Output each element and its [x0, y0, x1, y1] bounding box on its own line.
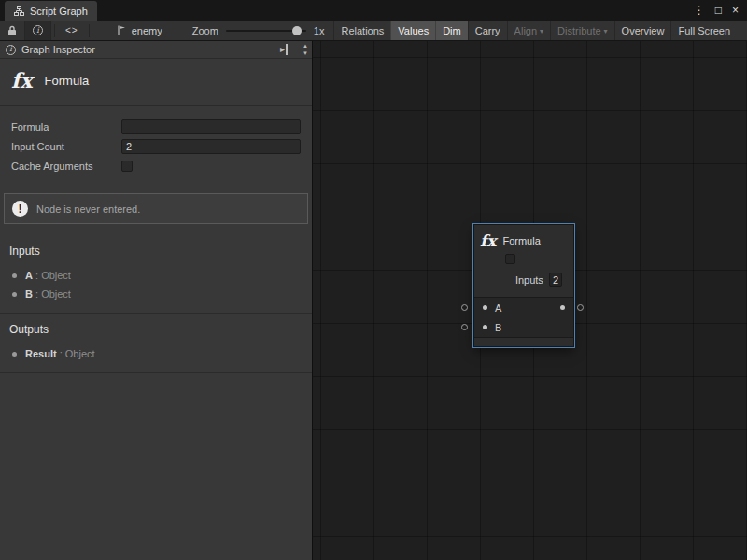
warning-box: ! Node is never entered. — [4, 193, 308, 224]
distribute-button[interactable]: Distribute ▾ — [550, 21, 613, 40]
dock-panel-icon[interactable]: ▸ — [280, 44, 288, 55]
align-label: Align — [514, 25, 537, 36]
inspector-header: i Graph Inspector ▸ ▲ ▼ — [0, 41, 312, 59]
input-b-type: Object — [41, 288, 71, 300]
formula-node-checkbox[interactable] — [505, 254, 515, 264]
formula-field-row: Formula — [0, 118, 312, 136]
align-button[interactable]: Align ▾ — [507, 21, 550, 40]
zoom-slider-handle[interactable] — [292, 26, 302, 35]
formula-fx-icon: fx — [480, 233, 496, 249]
input-a-type: Object — [41, 270, 71, 281]
formula-input[interactable] — [121, 119, 301, 134]
window-controls: ⋮ □ × — [694, 0, 747, 21]
port-dot-icon — [12, 352, 17, 357]
toolbar: i <> enemy Zoom 1x Relations Values Dim — [0, 21, 747, 41]
cache-arguments-label: Cache Arguments — [11, 161, 121, 172]
chevron-down-icon: ▾ — [540, 27, 543, 35]
values-label: Values — [398, 25, 429, 36]
inspect-toggle-button[interactable]: i — [24, 21, 51, 40]
inputs-section: Inputs A : Object B : Object — [0, 235, 312, 314]
distribute-label: Distribute — [557, 25, 600, 36]
formula-node[interactable]: fx Formula Inputs 2 A B — [474, 225, 573, 346]
warning-text: Node is never entered. — [36, 203, 140, 215]
outputs-header: Outputs — [0, 321, 312, 344]
relations-button[interactable]: Relations — [333, 21, 390, 40]
unit-fields: Formula Input Count Cache Arguments — [0, 106, 312, 180]
maximize-icon[interactable]: □ — [715, 5, 722, 16]
toolbar-separator — [89, 24, 90, 37]
input-a-name: A — [25, 270, 33, 281]
relations-label: Relations — [341, 25, 384, 36]
unit-title-section: fx Formula — [0, 59, 312, 106]
titlebar: Script Graph ⋮ □ × — [0, 0, 747, 21]
list-item: A : Object — [0, 266, 312, 285]
type-separator: : — [33, 270, 41, 281]
output-port-result-icon[interactable] — [560, 305, 565, 310]
formula-field-label: Formula — [11, 121, 121, 133]
full-screen-button[interactable]: Full Screen — [670, 21, 737, 40]
external-output-port-result[interactable] — [577, 304, 584, 311]
warning-icon: ! — [12, 201, 28, 217]
toolbar-buttons: Relations Values Dim Carry Align ▾ Distr… — [333, 21, 737, 40]
output-result-type: Object — [65, 348, 95, 359]
input-count-label: Input Count — [11, 141, 121, 152]
panel-scroll-buttons[interactable]: ▲ ▼ — [303, 42, 308, 57]
tab-script-graph[interactable]: Script Graph — [5, 1, 97, 21]
zoom-control: Zoom 1x — [192, 25, 325, 36]
formula-node-ports: A B — [474, 297, 573, 337]
formula-node-footer — [474, 337, 573, 346]
zoom-value: 1x — [314, 25, 325, 36]
flag-icon — [117, 25, 127, 35]
node-inputs-count-input[interactable]: 2 — [549, 273, 562, 287]
edit-script-button[interactable]: <> — [58, 21, 86, 40]
cache-arguments-checkbox[interactable] — [121, 161, 133, 172]
input-port-b-icon[interactable] — [483, 325, 487, 329]
overview-button[interactable]: Overview — [614, 21, 671, 40]
input-count-input[interactable] — [121, 139, 301, 154]
graph-canvas[interactable]: fx Formula Inputs 2 A B — [313, 41, 747, 560]
full-screen-label: Full Screen — [678, 25, 730, 36]
graph-name: enemy — [132, 25, 162, 36]
input-b-name: B — [25, 288, 33, 300]
zoom-slider[interactable] — [226, 30, 306, 32]
input-count-field-row: Input Count — [0, 137, 312, 156]
formula-node-title: Formula — [502, 235, 540, 246]
list-item: Result : Object — [0, 344, 312, 363]
info-icon: i — [33, 25, 43, 35]
graph-reference[interactable]: enemy — [117, 25, 162, 36]
toolbar-separator — [54, 24, 55, 37]
node-port-a-label: A — [495, 302, 501, 314]
graph-inspector-panel: i Graph Inspector ▸ ▲ ▼ fx Formula Formu… — [0, 41, 313, 560]
carry-button[interactable]: Carry — [468, 21, 507, 40]
scroll-up-icon[interactable]: ▲ — [303, 42, 308, 49]
output-result-name: Result — [25, 348, 57, 359]
dim-label: Dim — [443, 25, 461, 36]
port-dot-icon — [12, 292, 17, 297]
formula-node-header[interactable]: fx Formula Inputs 2 — [474, 225, 573, 297]
external-input-port-a[interactable] — [461, 304, 468, 311]
formula-fx-icon: fx — [11, 70, 33, 91]
external-input-port-b[interactable] — [461, 324, 468, 330]
tab-label: Script Graph — [30, 6, 88, 17]
script-graph-icon — [14, 6, 24, 16]
zoom-label: Zoom — [192, 25, 218, 36]
inputs-header: Inputs — [0, 243, 312, 266]
port-dot-icon — [12, 273, 17, 278]
type-separator: : — [33, 288, 41, 300]
chevron-down-icon: ▾ — [604, 27, 608, 35]
node-inputs-label: Inputs — [515, 274, 543, 286]
lock-button[interactable] — [0, 21, 24, 40]
values-button[interactable]: Values — [390, 21, 435, 40]
menu-icon[interactable]: ⋮ — [694, 5, 705, 16]
carry-label: Carry — [475, 25, 500, 36]
node-port-row-b: B — [474, 317, 573, 337]
input-port-a-icon[interactable] — [483, 305, 487, 310]
type-separator: : — [57, 348, 65, 359]
dim-button[interactable]: Dim — [435, 21, 468, 40]
close-icon[interactable]: × — [732, 5, 739, 16]
scroll-down-icon[interactable]: ▼ — [303, 49, 308, 57]
cache-arguments-field-row: Cache Arguments — [0, 157, 312, 175]
list-item: B : Object — [0, 285, 312, 303]
outputs-section: Outputs Result : Object — [0, 314, 312, 373]
overview-label: Overview — [622, 25, 665, 36]
